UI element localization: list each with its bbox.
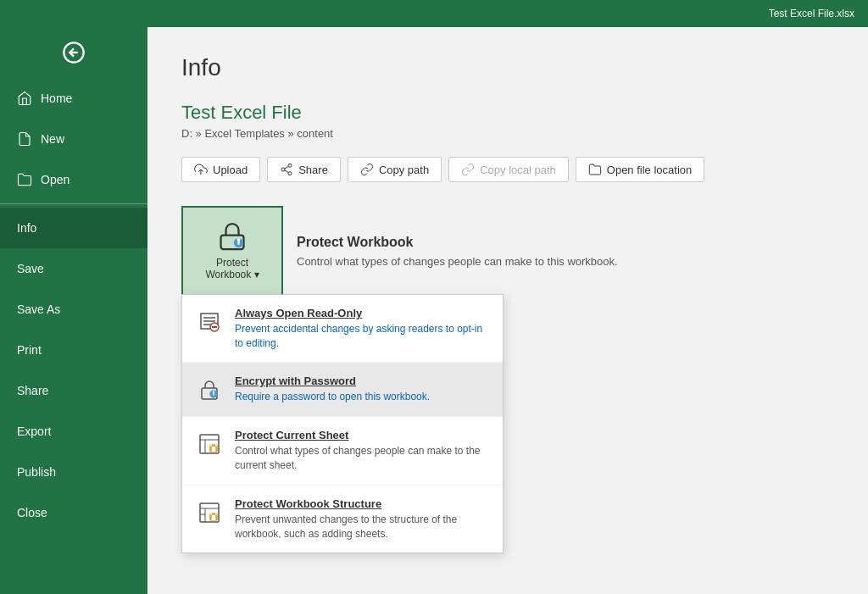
svg-rect-25 (212, 447, 215, 452)
title-bar: Test Excel File.xlsx (0, 0, 868, 27)
sidebar-item-export-label: Export (17, 425, 51, 438)
sidebar-item-share[interactable]: Share (0, 370, 147, 411)
file-title: Test Excel File (181, 102, 834, 124)
copy-local-path-button[interactable]: Copy local path (448, 157, 569, 182)
new-icon (17, 131, 32, 147)
readonly-title: Always Open Read-Only (235, 307, 489, 319)
sidebar-item-save[interactable]: Save (0, 248, 147, 289)
back-button[interactable] (0, 27, 147, 78)
folder-icon (588, 163, 602, 176)
dropdown-item-protect-sheet[interactable]: Protect Current Sheet Control what types… (182, 417, 503, 486)
readonly-desc: Prevent accidental changes by asking rea… (235, 322, 489, 351)
copy-local-path-icon (461, 163, 475, 176)
svg-point-4 (281, 168, 285, 171)
sidebar-item-publish[interactable]: Publish (0, 452, 147, 492)
copy-path-button[interactable]: Copy path (348, 157, 442, 182)
sidebar-item-close[interactable]: Close (0, 492, 147, 533)
protect-structure-text: Protect Workbook Structure Prevent unwan… (235, 497, 489, 541)
sidebar-item-info[interactable]: Info (0, 208, 147, 248)
share-button[interactable]: Share (267, 157, 341, 182)
protect-desc: Control what types of changes people can… (297, 255, 618, 268)
protect-dropdown: Always Open Read-Only Prevent accidental… (181, 294, 504, 554)
upload-label: Upload (213, 164, 248, 176)
dropdown-item-encrypt[interactable]: Encrypt with Password Require a password… (182, 363, 503, 417)
protect-structure-icon (198, 501, 221, 525)
svg-point-20 (214, 391, 214, 392)
encrypt-desc: Require a password to open this workbook… (235, 390, 489, 404)
sidebar-divider (0, 203, 147, 204)
readonly-icon-wrap (196, 308, 223, 336)
sidebar: Home New Open Info Save Save As Print (0, 27, 147, 594)
readonly-icon (198, 310, 221, 334)
filename: Test Excel File.xlsx (769, 8, 854, 19)
protect-section: ProtectWorkbook ▾ Protect Workbook Contr… (181, 206, 834, 296)
sidebar-item-print-label: Print (17, 343, 42, 357)
sidebar-item-save-as[interactable]: Save As (0, 289, 147, 330)
encrypt-icon-wrap (196, 376, 223, 403)
encrypt-text: Encrypt with Password Require a password… (235, 375, 489, 404)
sidebar-item-publish-label: Publish (17, 465, 56, 479)
copy-path-icon (360, 163, 374, 176)
upload-button[interactable]: Upload (181, 157, 260, 182)
encrypt-icon (198, 378, 221, 402)
dropdown-item-protect-structure[interactable]: Protect Workbook Structure Prevent unwan… (182, 486, 503, 553)
sidebar-item-close-label: Close (17, 506, 47, 519)
protect-sheet-title: Protect Current Sheet (235, 429, 489, 441)
sidebar-item-home[interactable]: Home (0, 78, 147, 119)
share-icon (280, 163, 293, 176)
back-icon (62, 41, 86, 64)
open-icon (17, 172, 32, 187)
action-buttons: Upload Share Copy path (181, 157, 834, 182)
open-file-location-label: Open file location (607, 164, 692, 176)
sidebar-item-info-label: Info (17, 221, 36, 235)
svg-point-5 (288, 172, 292, 175)
sidebar-item-new-label: New (41, 132, 64, 146)
sidebar-item-save-label: Save (17, 262, 44, 275)
home-icon (17, 91, 32, 106)
protect-structure-title: Protect Workbook Structure (235, 497, 489, 510)
sidebar-item-save-as-label: Save As (17, 303, 60, 316)
upload-icon (194, 163, 208, 176)
protect-info: Protect Workbook Control what types of c… (283, 206, 632, 296)
protect-structure-desc: Prevent unwanted changes to the structur… (235, 513, 489, 541)
protect-title: Protect Workbook (297, 235, 618, 250)
protect-sheet-icon (198, 432, 221, 456)
app-body: Home New Open Info Save Save As Print (0, 27, 868, 594)
main-content: Info Test Excel File D: » Excel Template… (147, 27, 868, 594)
protect-sheet-text: Protect Current Sheet Control what types… (235, 429, 489, 473)
sidebar-item-open-label: Open (41, 173, 70, 186)
encrypt-title: Encrypt with Password (235, 375, 489, 387)
open-file-location-button[interactable]: Open file location (576, 157, 704, 182)
svg-line-7 (285, 166, 289, 169)
protect-structure-icon-wrap (196, 499, 223, 526)
sidebar-item-export[interactable]: Export (0, 411, 147, 452)
page-title: Info (181, 54, 834, 81)
copy-local-path-label: Copy local path (480, 164, 556, 176)
protect-sheet-desc: Control what types of changes people can… (235, 444, 489, 473)
protect-sheet-icon-wrap (196, 430, 223, 458)
copy-path-label: Copy path (379, 164, 429, 176)
file-path: D: » Excel Templates » content (181, 127, 834, 140)
svg-point-3 (288, 164, 292, 167)
protect-btn-label: ProtectWorkbook ▾ (205, 257, 259, 280)
svg-line-6 (285, 170, 289, 173)
sidebar-item-open[interactable]: Open (0, 159, 147, 200)
sidebar-item-print[interactable]: Print (0, 330, 147, 370)
share-label: Share (298, 164, 328, 176)
svg-rect-30 (212, 515, 215, 520)
dropdown-item-readonly[interactable]: Always Open Read-Only Prevent accidental… (182, 295, 503, 364)
svg-point-11 (238, 239, 240, 241)
readonly-text: Always Open Read-Only Prevent accidental… (235, 307, 489, 351)
protect-icon (217, 221, 248, 252)
sidebar-item-share-label: Share (17, 384, 48, 397)
sidebar-item-home-label: Home (41, 92, 72, 105)
sidebar-item-new[interactable]: New (0, 119, 147, 159)
protect-workbook-button[interactable]: ProtectWorkbook ▾ (181, 206, 283, 296)
